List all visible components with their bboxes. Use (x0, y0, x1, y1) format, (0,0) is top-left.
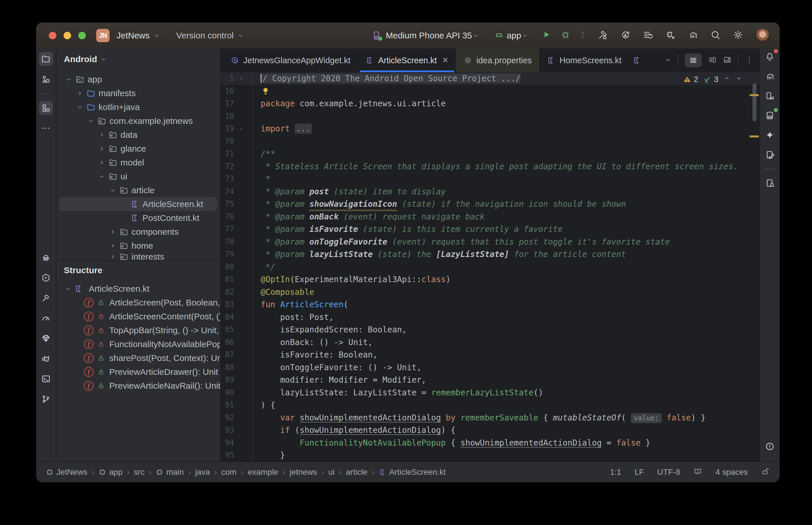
breadcrumb-java[interactable]: java (195, 467, 210, 477)
tree-item-kotlin+java[interactable]: kotlin+java (59, 100, 217, 114)
breadcrumb-JetNews[interactable]: JetNews (46, 467, 87, 477)
code-line-84[interactable]: 84 post: Post, (221, 311, 759, 324)
tree-item-ui[interactable]: ui (59, 169, 217, 183)
panel-divider[interactable] (56, 260, 220, 261)
line-separator[interactable]: LF (635, 467, 644, 477)
breadcrumb-jetnews[interactable]: jetnews (290, 467, 317, 477)
tool-window-button-logcat[interactable] (39, 352, 53, 365)
tree-chevron[interactable] (74, 104, 85, 110)
breadcrumb-main[interactable]: main (156, 467, 184, 477)
tool-window-button-services[interactable] (39, 271, 53, 285)
caret-position[interactable]: 1:1 (610, 467, 621, 477)
tree-item-interests[interactable]: interests (59, 253, 217, 260)
avatar[interactable] (755, 28, 770, 43)
structure-item-function[interactable]: f PreviewArticleNavRail(): Unit (56, 379, 220, 393)
tool-window-button-terminal[interactable] (39, 372, 53, 386)
structure-item-function[interactable]: f sharePost(Post, Context): Un (56, 351, 220, 365)
editor-tab-JetnewsGlanceAppWidget.kt[interactable]: JetnewsGlanceAppWidget.kt (221, 48, 358, 72)
run-configuration[interactable]: app (507, 31, 521, 41)
hidden-tabs-button[interactable] (664, 56, 671, 65)
chevron-down-icon[interactable] (521, 32, 528, 39)
code-view-button[interactable] (685, 54, 702, 67)
tool-window-button-structure[interactable] (39, 101, 53, 115)
readonly-toggle[interactable] (761, 467, 770, 478)
breadcrumb-ArticleScreen.kt[interactable]: ArticleScreen.kt (379, 467, 446, 477)
zoom-window-button[interactable] (78, 32, 86, 39)
code-line-92[interactable]: 92 var showUnimplementedActionDialog by … (221, 411, 759, 424)
tree-item-PostContent.kt[interactable]: PostContent.kt (59, 211, 217, 225)
code-line-95[interactable]: 95 } (221, 449, 759, 462)
close-window-button[interactable] (49, 32, 56, 39)
structure-item-function[interactable]: f ArticleScreenContent(Post, () (56, 310, 220, 324)
minimize-window-button[interactable] (63, 32, 71, 39)
feedback-button[interactable] (694, 467, 702, 478)
tool-window-button-resource-manager[interactable] (39, 72, 53, 86)
tool-window-button-app-quality-insights[interactable] (39, 331, 53, 345)
sync-and-refactor-button[interactable] (620, 30, 631, 41)
code-editor[interactable]: 1 / Copyright 2020 The Android Open Sour… (221, 72, 759, 462)
tree-item-app[interactable]: app (59, 73, 217, 86)
tool-window-button-more[interactable] (39, 121, 53, 135)
tool-window-button-project[interactable] (39, 52, 53, 66)
indent-setting[interactable]: 4 spaces (715, 467, 748, 477)
tree-item-home[interactable]: home (59, 239, 217, 253)
tree-chevron[interactable] (63, 76, 74, 83)
editor-options-button[interactable] (745, 56, 754, 65)
code-line-18[interactable]: 18 (221, 110, 759, 123)
tool-window-button-device-mirroring[interactable] (763, 148, 777, 162)
code-line-77[interactable]: 77 * @param isFavorite (state) is this i… (221, 223, 759, 236)
attach-debugger-button[interactable] (665, 30, 676, 41)
gradle-sync-button[interactable] (688, 30, 698, 41)
chevron-down-icon[interactable] (472, 32, 479, 39)
debug-button[interactable] (561, 30, 571, 42)
editor-tab-idea.properties[interactable]: idea.properties (456, 48, 539, 72)
tool-window-button-gemini[interactable] (763, 128, 777, 142)
structure-item-function[interactable]: f PreviewArticleDrawer(): Unit (56, 365, 220, 379)
tool-window-button-gradle[interactable] (763, 69, 777, 83)
close-tab-icon[interactable]: ✕ (442, 56, 449, 65)
tree-chevron[interactable] (96, 131, 107, 138)
tool-window-button-device-explorer[interactable] (763, 176, 777, 190)
device-selector[interactable]: Medium Phone API 35 (386, 31, 472, 41)
code-line-83[interactable]: 83 fun ArticleScreen( (221, 298, 759, 311)
code-line-75[interactable]: 75 * @param showNavigationIcon (state) i… (221, 198, 759, 211)
tree-chevron[interactable] (107, 242, 118, 249)
settings-button[interactable] (733, 30, 743, 41)
code-line-16[interactable]: 16 (221, 85, 759, 97)
tool-window-button-notifications[interactable] (763, 50, 777, 63)
code-line-17[interactable]: 17 package com.example.jetnews.ui.articl… (221, 97, 759, 110)
tool-window-button-build-tool[interactable] (39, 291, 53, 305)
clipped-tab[interactable] (629, 48, 646, 72)
structure-item-function[interactable]: f ArticleScreen(Post, Boolean, (56, 296, 220, 310)
tool-window-button-profiler[interactable] (39, 311, 53, 325)
tree-chevron[interactable] (107, 253, 118, 260)
tree-item-article[interactable]: article (59, 183, 217, 197)
code-line-19[interactable]: 19 import ... (221, 122, 759, 135)
breadcrumb-ui[interactable]: ui (328, 467, 335, 477)
tool-window-button-device-manager[interactable] (763, 89, 777, 103)
code-line-70[interactable]: 70 (221, 135, 759, 148)
tree-chevron[interactable] (107, 228, 118, 235)
code-line-88[interactable]: 88 onToggleFavorite: () -> Unit, (221, 361, 759, 374)
intention-bulb-icon[interactable] (261, 86, 270, 96)
breadcrumb-com[interactable]: com (221, 467, 237, 477)
tree-chevron[interactable] (96, 173, 107, 180)
apply-code-changes-button[interactable] (643, 30, 653, 41)
code-line-1[interactable]: 1 / Copyright 2020 The Android Open Sour… (221, 72, 759, 85)
breadcrumb-app[interactable]: app (99, 467, 122, 477)
search-everywhere-button[interactable] (710, 30, 721, 41)
code-line-87[interactable]: 87 isFavorite: Boolean, (221, 348, 759, 361)
structure-item-function[interactable]: f TopAppBar(String, () -> Unit, (56, 324, 220, 337)
code-line-91[interactable]: 91 ) { (221, 399, 759, 411)
code-line-82[interactable]: 82 @Composable (221, 286, 759, 299)
tree-item-data[interactable]: data (59, 128, 217, 142)
next-problem-button[interactable] (735, 75, 743, 84)
design-view-button[interactable] (723, 56, 732, 65)
tree-item-glance[interactable]: glance (59, 142, 217, 156)
code-line-74[interactable]: 74 * @param post (state) item to display (221, 185, 759, 198)
breadcrumb-example[interactable]: example (248, 467, 278, 477)
code-line-85[interactable]: 85 isExpandedScreen: Boolean, (221, 324, 759, 336)
code-line-71[interactable]: 71 /** (221, 148, 759, 160)
tree-item-manifests[interactable]: manifests (59, 86, 217, 100)
code-line-78[interactable]: 78 * @param onToggleFavorite (event) req… (221, 236, 759, 248)
